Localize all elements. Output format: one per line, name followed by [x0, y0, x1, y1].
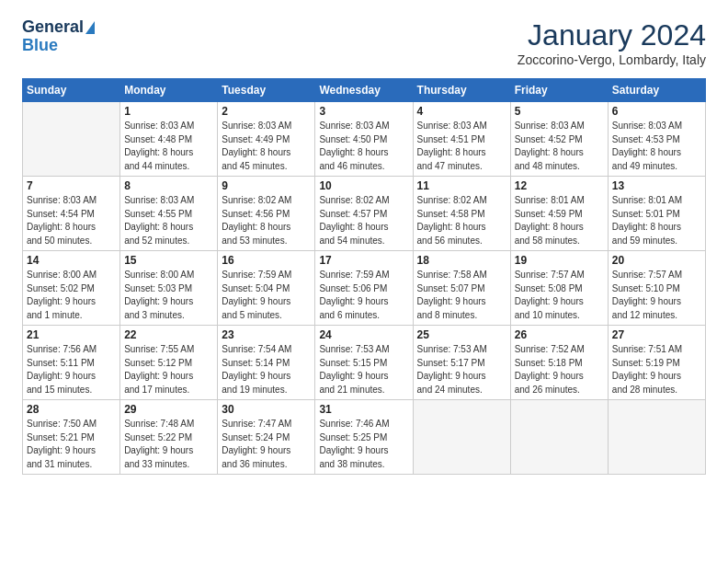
col-header-saturday: Saturday — [608, 79, 705, 102]
calendar-cell: 27Sunrise: 7:51 AM Sunset: 5:19 PM Dayli… — [608, 326, 705, 400]
calendar-week-1: 7Sunrise: 8:03 AM Sunset: 4:54 PM Daylig… — [23, 177, 706, 251]
day-number: 2 — [222, 105, 311, 118]
day-number: 6 — [612, 105, 701, 118]
title-block: January 2024 Zoccorino-Vergo, Lombardy, … — [518, 18, 706, 67]
day-number: 30 — [222, 403, 311, 416]
calendar-cell: 19Sunrise: 7:57 AM Sunset: 5:08 PM Dayli… — [510, 251, 608, 326]
calendar-cell: 24Sunrise: 7:53 AM Sunset: 5:15 PM Dayli… — [315, 326, 413, 400]
calendar-page: General Blue January 2024 Zoccorino-Verg… — [0, 0, 728, 489]
calendar-cell — [608, 400, 705, 475]
day-number: 26 — [515, 328, 604, 341]
day-info: Sunrise: 8:00 AM Sunset: 5:03 PM Dayligh… — [124, 269, 213, 322]
day-info: Sunrise: 8:03 AM Sunset: 4:54 PM Dayligh… — [27, 194, 116, 247]
day-info: Sunrise: 7:57 AM Sunset: 5:10 PM Dayligh… — [612, 269, 701, 322]
day-number: 28 — [27, 403, 116, 416]
logo-triangle-icon — [85, 21, 95, 34]
day-number: 16 — [222, 254, 311, 267]
calendar-week-0: 1Sunrise: 8:03 AM Sunset: 4:48 PM Daylig… — [23, 102, 706, 177]
day-info: Sunrise: 7:51 AM Sunset: 5:19 PM Dayligh… — [612, 343, 701, 396]
col-header-wednesday: Wednesday — [315, 79, 413, 102]
day-number: 7 — [27, 179, 116, 192]
calendar-cell: 11Sunrise: 8:02 AM Sunset: 4:58 PM Dayli… — [413, 177, 510, 251]
day-info: Sunrise: 7:58 AM Sunset: 5:07 PM Dayligh… — [417, 269, 506, 322]
day-info: Sunrise: 7:59 AM Sunset: 5:04 PM Dayligh… — [222, 269, 311, 322]
day-number: 13 — [612, 179, 701, 192]
logo: General Blue — [22, 18, 95, 55]
day-number: 22 — [124, 328, 213, 341]
col-header-friday: Friday — [510, 79, 608, 102]
calendar-header-row: SundayMondayTuesdayWednesdayThursdayFrid… — [23, 79, 706, 102]
day-info: Sunrise: 8:03 AM Sunset: 4:51 PM Dayligh… — [417, 120, 506, 173]
day-info: Sunrise: 8:03 AM Sunset: 4:50 PM Dayligh… — [319, 120, 408, 173]
calendar-cell: 5Sunrise: 8:03 AM Sunset: 4:52 PM Daylig… — [510, 102, 608, 177]
day-info: Sunrise: 8:01 AM Sunset: 4:59 PM Dayligh… — [515, 194, 604, 247]
logo-general-text: General — [22, 18, 84, 37]
day-info: Sunrise: 8:01 AM Sunset: 5:01 PM Dayligh… — [612, 194, 701, 247]
calendar-cell: 7Sunrise: 8:03 AM Sunset: 4:54 PM Daylig… — [23, 177, 120, 251]
calendar-week-2: 14Sunrise: 8:00 AM Sunset: 5:02 PM Dayli… — [23, 251, 706, 326]
day-info: Sunrise: 7:48 AM Sunset: 5:22 PM Dayligh… — [124, 418, 213, 471]
day-number: 23 — [222, 328, 311, 341]
calendar-cell: 23Sunrise: 7:54 AM Sunset: 5:14 PM Dayli… — [218, 326, 315, 400]
calendar-cell: 20Sunrise: 7:57 AM Sunset: 5:10 PM Dayli… — [608, 251, 705, 326]
calendar-cell: 28Sunrise: 7:50 AM Sunset: 5:21 PM Dayli… — [23, 400, 120, 475]
calendar-cell: 14Sunrise: 8:00 AM Sunset: 5:02 PM Dayli… — [23, 251, 120, 326]
day-info: Sunrise: 7:56 AM Sunset: 5:11 PM Dayligh… — [27, 343, 116, 396]
day-info: Sunrise: 7:59 AM Sunset: 5:06 PM Dayligh… — [319, 269, 408, 322]
day-number: 21 — [27, 328, 116, 341]
day-number: 8 — [124, 179, 213, 192]
calendar-cell: 25Sunrise: 7:53 AM Sunset: 5:17 PM Dayli… — [413, 326, 510, 400]
day-info: Sunrise: 7:50 AM Sunset: 5:21 PM Dayligh… — [27, 418, 116, 471]
calendar-cell — [510, 400, 608, 475]
day-info: Sunrise: 8:02 AM Sunset: 4:56 PM Dayligh… — [222, 194, 311, 247]
calendar-cell: 2Sunrise: 8:03 AM Sunset: 4:49 PM Daylig… — [218, 102, 315, 177]
calendar-cell: 12Sunrise: 8:01 AM Sunset: 4:59 PM Dayli… — [510, 177, 608, 251]
col-header-sunday: Sunday — [23, 79, 120, 102]
day-number: 15 — [124, 254, 213, 267]
calendar-cell — [413, 400, 510, 475]
day-info: Sunrise: 7:57 AM Sunset: 5:08 PM Dayligh… — [515, 269, 604, 322]
day-info: Sunrise: 8:03 AM Sunset: 4:49 PM Dayligh… — [222, 120, 311, 173]
calendar-cell: 26Sunrise: 7:52 AM Sunset: 5:18 PM Dayli… — [510, 326, 608, 400]
day-info: Sunrise: 8:03 AM Sunset: 4:55 PM Dayligh… — [124, 194, 213, 247]
calendar-cell: 30Sunrise: 7:47 AM Sunset: 5:24 PM Dayli… — [218, 400, 315, 475]
calendar-week-3: 21Sunrise: 7:56 AM Sunset: 5:11 PM Dayli… — [23, 326, 706, 400]
calendar-cell: 13Sunrise: 8:01 AM Sunset: 5:01 PM Dayli… — [608, 177, 705, 251]
day-info: Sunrise: 7:55 AM Sunset: 5:12 PM Dayligh… — [124, 343, 213, 396]
calendar-cell: 1Sunrise: 8:03 AM Sunset: 4:48 PM Daylig… — [120, 102, 218, 177]
day-number: 3 — [319, 105, 408, 118]
col-header-tuesday: Tuesday — [218, 79, 315, 102]
calendar-cell: 16Sunrise: 7:59 AM Sunset: 5:04 PM Dayli… — [218, 251, 315, 326]
day-info: Sunrise: 8:03 AM Sunset: 4:48 PM Dayligh… — [124, 120, 213, 173]
day-number: 19 — [515, 254, 604, 267]
calendar-cell: 8Sunrise: 8:03 AM Sunset: 4:55 PM Daylig… — [120, 177, 218, 251]
day-info: Sunrise: 8:02 AM Sunset: 4:58 PM Dayligh… — [417, 194, 506, 247]
calendar-cell: 22Sunrise: 7:55 AM Sunset: 5:12 PM Dayli… — [120, 326, 218, 400]
calendar-cell — [23, 102, 120, 177]
day-number: 1 — [124, 105, 213, 118]
day-number: 25 — [417, 328, 506, 341]
calendar-table: SundayMondayTuesdayWednesdayThursdayFrid… — [22, 78, 706, 475]
col-header-thursday: Thursday — [413, 79, 510, 102]
day-number: 29 — [124, 403, 213, 416]
day-info: Sunrise: 7:47 AM Sunset: 5:24 PM Dayligh… — [222, 418, 311, 471]
day-info: Sunrise: 8:00 AM Sunset: 5:02 PM Dayligh… — [27, 269, 116, 322]
day-number: 4 — [417, 105, 506, 118]
day-info: Sunrise: 8:03 AM Sunset: 4:52 PM Dayligh… — [515, 120, 604, 173]
day-info: Sunrise: 7:53 AM Sunset: 5:17 PM Dayligh… — [417, 343, 506, 396]
day-number: 31 — [319, 403, 408, 416]
day-info: Sunrise: 7:52 AM Sunset: 5:18 PM Dayligh… — [515, 343, 604, 396]
location: Zoccorino-Vergo, Lombardy, Italy — [518, 52, 706, 67]
header: General Blue January 2024 Zoccorino-Verg… — [22, 18, 706, 67]
day-info: Sunrise: 8:02 AM Sunset: 4:57 PM Dayligh… — [319, 194, 408, 247]
day-number: 12 — [515, 179, 604, 192]
calendar-cell: 4Sunrise: 8:03 AM Sunset: 4:51 PM Daylig… — [413, 102, 510, 177]
calendar-cell: 31Sunrise: 7:46 AM Sunset: 5:25 PM Dayli… — [315, 400, 413, 475]
day-number: 9 — [222, 179, 311, 192]
day-number: 20 — [612, 254, 701, 267]
month-title: January 2024 — [518, 18, 706, 52]
calendar-cell: 17Sunrise: 7:59 AM Sunset: 5:06 PM Dayli… — [315, 251, 413, 326]
day-number: 27 — [612, 328, 701, 341]
day-info: Sunrise: 8:03 AM Sunset: 4:53 PM Dayligh… — [612, 120, 701, 173]
day-info: Sunrise: 7:54 AM Sunset: 5:14 PM Dayligh… — [222, 343, 311, 396]
